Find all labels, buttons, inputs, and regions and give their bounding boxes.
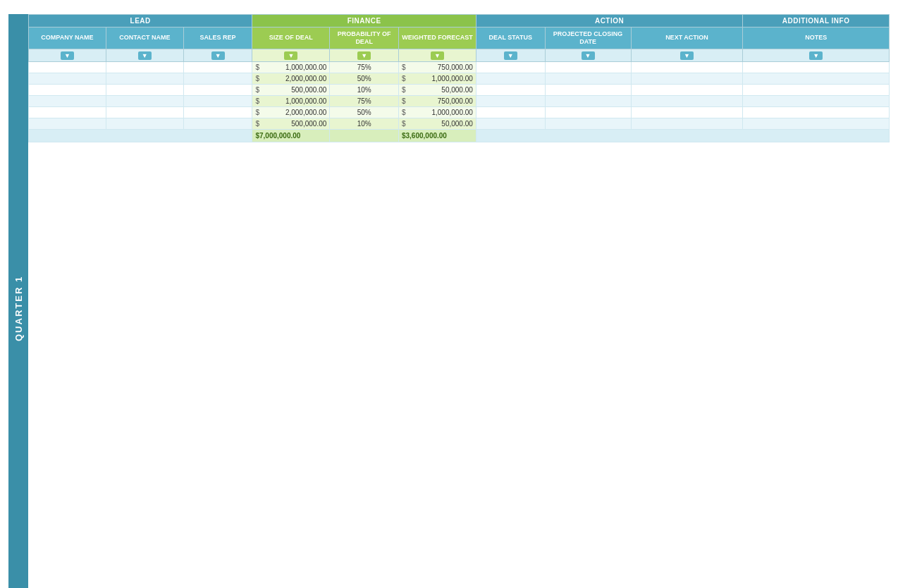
page: QUARTER 1LEADFINANCEACTIONADDITIONAL INF… — [0, 0, 898, 588]
contact-cell-0-q1[interactable] — [106, 61, 183, 73]
next-action-cell-5-q1[interactable] — [631, 118, 743, 129]
company-cell-0-q1[interactable] — [29, 61, 106, 73]
next-action-cell-0-q1[interactable] — [631, 61, 743, 73]
deal-status-cell-0-q1[interactable] — [476, 61, 545, 73]
filter-btn-6-q1[interactable]: ▼ — [504, 51, 517, 60]
data-row-5-q1: $500,000.0010%$50,000.00 — [29, 118, 890, 129]
deal-status-cell-1-q1[interactable] — [476, 73, 545, 84]
proj-close-cell-1-q1[interactable] — [545, 73, 631, 84]
next-action-cell-4-q1[interactable] — [631, 106, 743, 118]
filter-cell-4-q1[interactable]: ▼ — [330, 49, 399, 61]
salesrep-cell-4-q1[interactable] — [183, 106, 252, 118]
filter-btn-2-q1[interactable]: ▼ — [211, 51, 225, 60]
salesrep-cell-3-q1[interactable] — [183, 95, 252, 106]
weighted-cell-2-q1[interactable]: $50,000.00 — [398, 84, 476, 95]
total-lead-q1 — [29, 129, 252, 142]
filter-cell-2-q1[interactable]: ▼ — [183, 49, 252, 61]
proj-close-cell-3-q1[interactable] — [545, 95, 631, 106]
prob-cell-1-q1[interactable]: 50% — [330, 73, 399, 84]
filter-btn-7-q1[interactable]: ▼ — [582, 51, 595, 60]
filter-btn-8-q1[interactable]: ▼ — [680, 51, 694, 60]
filter-cell-6-q1[interactable]: ▼ — [476, 49, 545, 61]
size-deal-cell-2-q1[interactable]: $500,000.00 — [252, 84, 330, 95]
salesrep-cell-2-q1[interactable] — [183, 84, 252, 95]
contact-cell-4-q1[interactable] — [106, 106, 183, 118]
total-row-q1: $7,000,000.00$3,600,000.00 — [29, 129, 890, 142]
data-row-2-q1: $500,000.0010%$50,000.00 — [29, 84, 890, 95]
data-row-0-q1: $1,000,000.0075%$750,000.00 — [29, 61, 890, 73]
salesrep-cell-5-q1[interactable] — [183, 118, 252, 129]
filter-btn-1-q1[interactable]: ▼ — [138, 51, 152, 60]
finance-section-1: FINANCE — [252, 15, 476, 27]
weighted-cell-0-q1[interactable]: $750,000.00 — [398, 61, 476, 73]
deal-status-cell-5-q1[interactable] — [476, 118, 545, 129]
data-row-3-q1: $1,000,000.0075%$750,000.00 — [29, 95, 890, 106]
size-deal-cell-1-q1[interactable]: $2,000,000.00 — [252, 73, 330, 84]
proj-close-cell-2-q1[interactable] — [545, 84, 631, 95]
filter-row-1: ▼▼▼▼▼▼▼▼▼▼ — [29, 49, 890, 61]
section-header-row-1: LEADFINANCEACTIONADDITIONAL INFO — [29, 15, 890, 27]
filter-cell-3-q1[interactable]: ▼ — [252, 49, 330, 61]
company-cell-2-q1[interactable] — [29, 84, 106, 95]
filter-cell-9-q1[interactable]: ▼ — [743, 49, 890, 61]
action-section-1: ACTION — [476, 15, 742, 27]
filter-btn-0-q1[interactable]: ▼ — [61, 51, 74, 60]
additionalinfo-section-1: ADDITIONAL INFO — [743, 15, 890, 27]
weighted-cell-3-q1[interactable]: $750,000.00 — [398, 95, 476, 106]
notes-cell-3-q1[interactable] — [743, 95, 890, 106]
lead-section-1: LEAD — [29, 15, 252, 27]
deal-status-cell-3-q1[interactable] — [476, 95, 545, 106]
filter-btn-5-q1[interactable]: ▼ — [431, 51, 444, 60]
notes-cell-0-q1[interactable] — [743, 61, 890, 73]
deal-status-cell-2-q1[interactable] — [476, 84, 545, 95]
notes-cell-4-q1[interactable] — [743, 106, 890, 118]
salesrep-cell-1-q1[interactable] — [183, 73, 252, 84]
prob-cell-4-q1[interactable]: 50% — [330, 106, 399, 118]
next-action-cell-2-q1[interactable] — [631, 84, 743, 95]
total-weighted-q1: $3,600,000.00 — [398, 129, 476, 142]
quarter-label-1: QUARTER 1 — [8, 14, 28, 588]
filter-cell-7-q1[interactable]: ▼ — [545, 49, 631, 61]
contact-cell-2-q1[interactable] — [106, 84, 183, 95]
prob-cell-0-q1[interactable]: 75% — [330, 61, 399, 73]
proj-close-cell-4-q1[interactable] — [545, 106, 631, 118]
company-cell-5-q1[interactable] — [29, 118, 106, 129]
size-deal-cell-0-q1[interactable]: $1,000,000.00 — [252, 61, 330, 73]
size-deal-cell-3-q1[interactable]: $1,000,000.00 — [252, 95, 330, 106]
next-action-cell-3-q1[interactable] — [631, 95, 743, 106]
next-action-cell-1-q1[interactable] — [631, 73, 743, 84]
filter-cell-5-q1[interactable]: ▼ — [398, 49, 476, 61]
notes-cell-5-q1[interactable] — [743, 118, 890, 129]
company-cell-4-q1[interactable] — [29, 106, 106, 118]
weighted-cell-5-q1[interactable]: $50,000.00 — [398, 118, 476, 129]
company-cell-1-q1[interactable] — [29, 73, 106, 84]
contact-cell-3-q1[interactable] — [106, 95, 183, 106]
prob-cell-5-q1[interactable]: 10% — [330, 118, 399, 129]
prob-cell-3-q1[interactable]: 75% — [330, 95, 399, 106]
total-deal-q1: $7,000,000.00 — [252, 129, 330, 142]
notes-cell-1-q1[interactable] — [743, 73, 890, 84]
company-cell-3-q1[interactable] — [29, 95, 106, 106]
filter-btn-3-q1[interactable]: ▼ — [284, 51, 297, 60]
deal-status-cell-4-q1[interactable] — [476, 106, 545, 118]
prob-cell-2-q1[interactable]: 10% — [330, 84, 399, 95]
proj-close-cell-0-q1[interactable] — [545, 61, 631, 73]
proj-close-cell-5-q1[interactable] — [545, 118, 631, 129]
notes-cell-2-q1[interactable] — [743, 84, 890, 95]
salesrep-cell-0-q1[interactable] — [183, 61, 252, 73]
filter-btn-4-q1[interactable]: ▼ — [357, 51, 371, 60]
weighted-cell-4-q1[interactable]: $1,000,000.00 — [398, 106, 476, 118]
weighted-cell-1-q1[interactable]: $1,000,000.00 — [398, 73, 476, 84]
size-deal-cell-4-q1[interactable]: $2,000,000.00 — [252, 106, 330, 118]
filter-cell-8-q1[interactable]: ▼ — [631, 49, 743, 61]
notes-col-header-1: NOTES — [743, 27, 890, 49]
size-deal-cell-5-q1[interactable]: $500,000.00 — [252, 118, 330, 129]
contact-cell-5-q1[interactable] — [106, 118, 183, 129]
filter-cell-0-q1[interactable]: ▼ — [29, 49, 106, 61]
filter-cell-1-q1[interactable]: ▼ — [106, 49, 183, 61]
contact-cell-1-q1[interactable] — [106, 73, 183, 84]
company-name-col-header-1: COMPANY NAME — [29, 27, 106, 49]
contact-name-col-header-1: CONTACT NAME — [106, 27, 183, 49]
data-row-4-q1: $2,000,000.0050%$1,000,000.00 — [29, 106, 890, 118]
filter-btn-9-q1[interactable]: ▼ — [809, 51, 823, 60]
